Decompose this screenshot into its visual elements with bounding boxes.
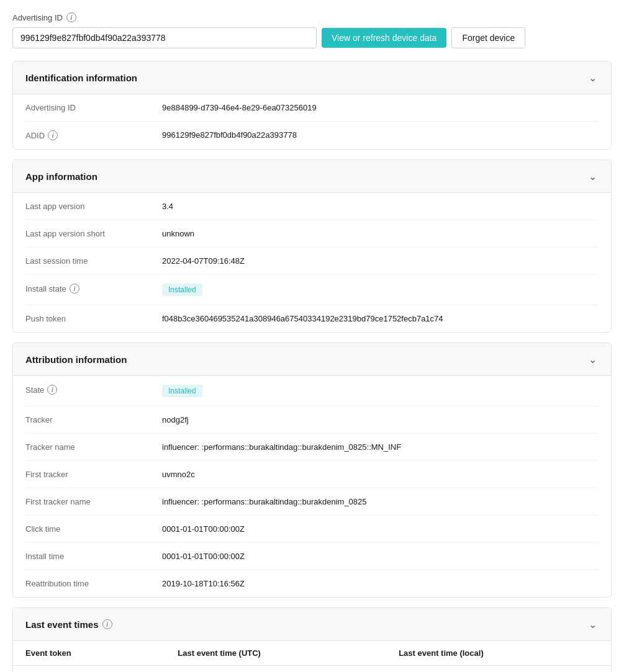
advertising-id-label-text: Advertising ID [12,13,63,22]
install-state-label: Install state i [25,284,162,293]
table-row: Last app version short unknown [25,220,599,248]
app-chevron-icon: ⌄ [586,170,599,182]
last-event-info-icon[interactable]: i [102,619,112,629]
app-section-header[interactable]: App information ⌄ [13,160,611,193]
tracker-name-value: influencer: :performans::burakaltindag::… [162,442,599,452]
table-row: Tracker name influencer: :performans::bu… [25,434,599,461]
attribution-chevron-icon: ⌄ [586,353,599,365]
app-section-body: Last app version 3.4 Last app version sh… [13,193,611,332]
table-row: Last app version 3.4 [25,193,599,220]
adid-field-label: ADID i [25,130,162,140]
last-event-utc-header: Last event time (UTC) [165,641,386,666]
table-row: Last session time 2022-04-07T09:16:48Z [25,248,599,275]
install-time-value: 0001-01-01T00:00:00Z [162,552,599,561]
attribution-section-title: Attribution information [25,354,127,365]
tracker-name-label: Tracker name [25,442,162,452]
adid-field-value: 996129f9e827fbf0db4f90a22a393778 [162,130,599,140]
push-token-value: f048b3ce360469535241a308946a67540334192e… [162,314,599,323]
advertising-id-input[interactable] [12,27,317,48]
event-table: Event token Last event time (UTC) Last e… [13,641,611,672]
last-event-chevron-icon: ⌄ [586,618,599,630]
state-value: Installed [162,385,599,397]
table-row: ADID i 996129f9e827fbf0db4f90a22a393778 [25,122,599,149]
last-app-version-short-label: Last app version short [25,229,162,238]
click-time-value: 0001-01-01T00:00:00Z [162,524,599,534]
state-label: State i [25,385,162,395]
last-event-section-title: Last event times i [25,619,112,630]
reattribution-time-value: 2019-10-18T10:16:56Z [162,579,599,588]
last-session-time-label: Last session time [25,256,162,266]
event-local-cell: 2022-04-07T09:16:48Z [386,666,611,673]
last-event-local-header: Last event time (local) [386,641,611,666]
forget-device-button[interactable]: Forget device [451,27,525,48]
table-row: First tracker name influencer: :performa… [25,488,599,516]
identification-chevron-icon: ⌄ [586,71,599,84]
advertising-id-section: Advertising ID i View or refresh device … [12,12,612,48]
push-token-label: Push token [25,314,162,323]
install-state-badge: Installed [162,284,202,296]
install-time-label: Install time [25,552,162,561]
last-event-section-header[interactable]: Last event times i ⌄ [13,608,611,641]
table-row: Push token f048b3ce360469535241a308946a6… [25,305,599,332]
last-app-version-value: 3.4 [162,202,599,211]
table-row: State i Installed [25,376,599,406]
app-section-title: App information [25,171,97,182]
attribution-section: Attribution information ⌄ State i Instal… [12,343,612,598]
attribution-section-header[interactable]: Attribution information ⌄ [13,343,611,376]
advertising-id-field-label: Advertising ID [25,103,162,112]
last-app-version-label: Last app version [25,202,162,211]
table-row: Click time 0001-01-01T00:00:00Z [25,516,599,543]
event-utc-cell: 2022-04-07T09:16:48Z [165,666,386,673]
table-row: Install time 0001-01-01T00:00:00Z [25,543,599,570]
state-badge: Installed [162,385,202,397]
last-event-section: Last event times i ⌄ Event token Last ev… [12,607,612,672]
install-state-value: Installed [162,284,599,296]
identification-section-body: Advertising ID 9e884899-d739-46e4-8e29-6… [13,94,611,149]
table-row: Reattribution time 2019-10-18T10:16:56Z [25,570,599,597]
first-tracker-name-label: First tracker name [25,497,162,506]
table-row: First tracker uvmno2c [25,461,599,488]
tracker-label: Tracker [25,415,162,424]
install-state-info-icon[interactable]: i [70,284,79,293]
identification-section-title: Identification information [25,73,137,83]
tracker-value: nodg2fj [162,415,599,424]
first-tracker-label: First tracker [25,470,162,479]
adid-info-icon[interactable]: i [48,130,58,140]
advertising-id-label: Advertising ID i [12,12,612,22]
app-information-section: App information ⌄ Last app version 3.4 L… [12,159,612,333]
table-row: Tracker nodg2fj [25,406,599,434]
identification-section: Identification information ⌄ Advertising… [12,61,612,150]
click-time-label: Click time [25,524,162,534]
last-app-version-short-value: unknown [162,229,599,238]
advertising-id-row: View or refresh device data Forget devic… [12,27,612,48]
state-info-icon[interactable]: i [47,385,57,395]
identification-section-header[interactable]: Identification information ⌄ [13,61,611,94]
attribution-section-body: State i Installed Tracker nodg2fj Tracke… [13,376,611,597]
table-row: 1e34/sds ⧉ 2022-04-07T09:16:48Z 2022-04-… [13,666,611,673]
last-session-time-value: 2022-04-07T09:16:48Z [162,256,599,266]
refresh-device-button[interactable]: View or refresh device data [322,28,446,48]
table-row: Install state i Installed [25,275,599,305]
event-token-cell: 1e34/sds ⧉ [13,666,165,673]
event-token-header: Event token [13,641,165,666]
advertising-id-field-value: 9e884899-d739-46e4-8e29-6ea073256019 [162,103,599,112]
table-row: Advertising ID 9e884899-d739-46e4-8e29-6… [25,94,599,122]
reattribution-time-label: Reattribution time [25,579,162,588]
advertising-id-info-icon[interactable]: i [66,12,76,22]
first-tracker-value: uvmno2c [162,470,599,479]
first-tracker-name-value: influencer: :performans::burakaltindag::… [162,497,599,506]
